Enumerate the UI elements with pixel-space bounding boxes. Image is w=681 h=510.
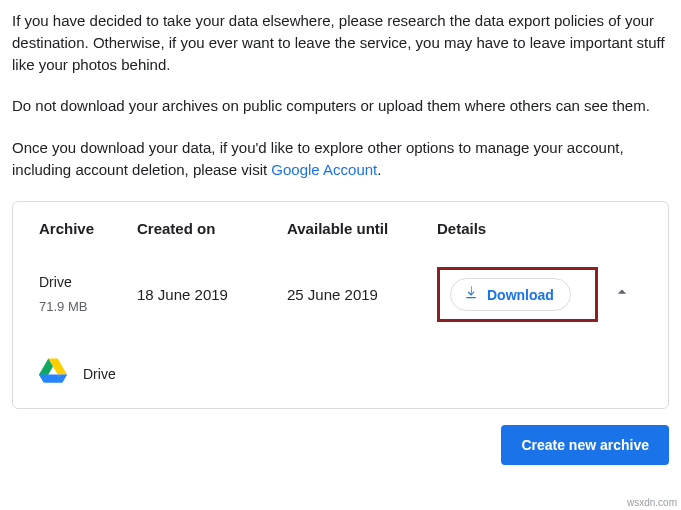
archive-size: 71.9 MB — [39, 298, 137, 317]
header-details: Details — [437, 218, 602, 240]
actions-row: Create new archive — [12, 425, 669, 465]
drive-icon — [39, 358, 67, 390]
table-row: Drive 71.9 MB 18 June 2019 25 June 2019 … — [39, 257, 642, 332]
chevron-up-icon[interactable] — [612, 282, 632, 308]
header-available: Available until — [287, 218, 437, 240]
intro-paragraph-2: Do not download your archives on public … — [12, 95, 669, 117]
download-highlight: Download — [437, 267, 598, 322]
intro-paragraph-3: Once you download your data, if you'd li… — [12, 137, 669, 181]
intro-paragraph-1: If you have decided to take your data el… — [12, 10, 669, 75]
table-header-row: Archive Created on Available until Detai… — [39, 218, 642, 240]
archives-card: Archive Created on Available until Detai… — [12, 201, 669, 410]
header-created: Created on — [137, 218, 287, 240]
intro-paragraph-3-post: . — [377, 161, 381, 178]
archive-name: Drive — [39, 272, 137, 292]
download-icon — [463, 285, 479, 304]
expanded-service-name: Drive — [83, 364, 116, 384]
download-button[interactable]: Download — [450, 278, 571, 311]
archive-created: 18 June 2019 — [137, 284, 287, 306]
expanded-service-row: Drive — [39, 358, 642, 390]
header-archive: Archive — [39, 218, 137, 240]
create-new-archive-button[interactable]: Create new archive — [501, 425, 669, 465]
download-label: Download — [487, 287, 554, 303]
google-account-link[interactable]: Google Account — [271, 161, 377, 178]
archive-available: 25 June 2019 — [287, 284, 437, 306]
